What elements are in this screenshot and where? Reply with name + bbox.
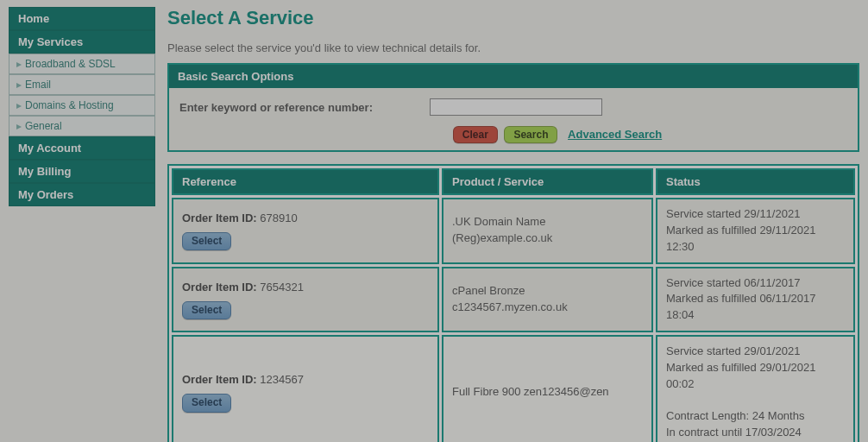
nav-my-orders[interactable]: My Orders: [9, 183, 155, 206]
nav-my-billing[interactable]: My Billing: [9, 160, 155, 183]
cell-product: Full Fibre 900 zen123456@zen: [442, 335, 653, 442]
nav-sub-email[interactable]: ▸Email: [9, 74, 155, 95]
order-item-label: Order Item ID:: [182, 212, 260, 224]
nav-home-label: Home: [18, 12, 49, 25]
cell-product: .UK Domain Name (Reg)example.co.uk: [442, 198, 653, 264]
col-reference: Reference: [172, 168, 439, 195]
col-product: Product / Service: [442, 168, 653, 195]
caret-icon: ▸: [16, 79, 22, 91]
main-content: Select A Service Please select the servi…: [155, 7, 859, 442]
advanced-search-link[interactable]: Advanced Search: [568, 128, 662, 141]
nav-my-services-label: My Services: [18, 35, 83, 48]
nav-sub-general[interactable]: ▸General: [9, 116, 155, 136]
cell-reference: Order Item ID: 7654321Select: [172, 267, 439, 333]
nav-sub-label: Broadband & SDSL: [25, 58, 116, 70]
nav-home[interactable]: Home: [9, 7, 155, 30]
nav-my-services[interactable]: My Services: [9, 30, 155, 54]
nav-my-billing-label: My Billing: [18, 165, 71, 178]
col-status: Status: [656, 168, 855, 195]
nav-sub-label: Email: [25, 79, 51, 91]
caret-icon: ▸: [16, 99, 22, 111]
nav-my-account-label: My Account: [18, 142, 81, 155]
search-panel: Basic Search Options Enter keyword or re…: [167, 63, 859, 152]
nav-sub-broadband[interactable]: ▸Broadband & SDSL: [9, 54, 155, 74]
cell-reference: Order Item ID: 1234567Select: [172, 335, 439, 442]
order-item-label: Order Item ID:: [182, 281, 260, 294]
nav-my-orders-label: My Orders: [18, 188, 73, 201]
nav-sub-label: Domains & Hosting: [25, 99, 114, 111]
keyword-input[interactable]: [430, 98, 602, 116]
order-item-id: 1234567: [260, 373, 304, 386]
table-row: Order Item ID: 7654321SelectcPanel Bronz…: [172, 267, 855, 333]
select-button[interactable]: Select: [182, 394, 231, 412]
order-item-label: Order Item ID:: [182, 373, 260, 386]
cell-product: cPanel Bronze c1234567.myzen.co.uk: [442, 267, 653, 333]
clear-button[interactable]: Clear: [453, 126, 498, 143]
search-button[interactable]: Search: [504, 126, 557, 143]
cell-status: Service started 29/11/2021 Marked as ful…: [656, 198, 855, 264]
order-item-id: 7654321: [260, 281, 304, 294]
caret-icon: ▸: [16, 58, 22, 70]
keyword-label: Enter keyword or reference number:: [179, 101, 430, 114]
search-panel-header: Basic Search Options: [169, 65, 858, 88]
select-button[interactable]: Select: [182, 301, 231, 319]
cell-status: Service started 29/01/2021 Marked as ful…: [656, 335, 855, 442]
table-row: Order Item ID: 1234567SelectFull Fibre 9…: [172, 335, 855, 442]
table-row: Order Item ID: 678910Select.UK Domain Na…: [172, 198, 855, 264]
results-table: Reference Product / Service Status Order…: [167, 164, 859, 442]
nav-sub-label: General: [25, 120, 62, 132]
nav-my-account[interactable]: My Account: [9, 136, 155, 160]
sidebar: Home My Services ▸Broadband & SDSL ▸Emai…: [9, 7, 155, 442]
cell-status: Service started 06/11/2017 Marked as ful…: [656, 267, 855, 333]
page-intro: Please select the service you'd like to …: [167, 41, 859, 54]
select-button[interactable]: Select: [182, 232, 231, 250]
nav-sub-domains[interactable]: ▸Domains & Hosting: [9, 95, 155, 116]
cell-reference: Order Item ID: 678910Select: [172, 198, 439, 264]
order-item-id: 678910: [260, 212, 297, 224]
page-title: Select A Service: [167, 7, 859, 29]
caret-icon: ▸: [16, 120, 22, 132]
